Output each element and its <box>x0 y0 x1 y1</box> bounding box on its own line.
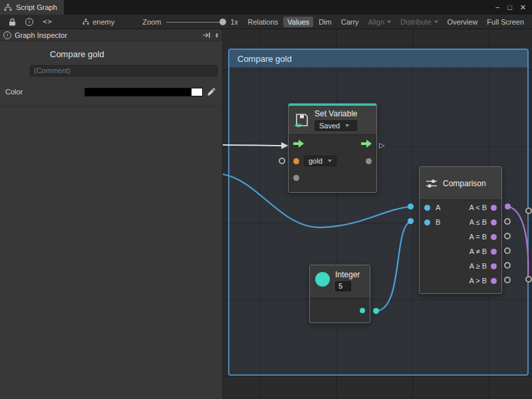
flow-out-port[interactable] <box>361 140 372 148</box>
output-a-gte-b-ext-port[interactable] <box>504 262 511 269</box>
flow-in-port[interactable] <box>293 140 304 148</box>
comparison-row: A ≥ B <box>420 259 501 273</box>
zoom-slider[interactable] <box>166 18 225 26</box>
lock-button[interactable] <box>4 17 21 27</box>
lock-icon <box>9 18 16 26</box>
variable-name-ext-port[interactable] <box>279 158 285 164</box>
integer-output-row <box>310 299 370 323</box>
relations-button[interactable]: Relations <box>243 17 282 27</box>
toolbar-buttons: Relations Values Dim Carry Align Distrib… <box>243 17 528 27</box>
output-a-lte-b-port[interactable] <box>491 219 497 225</box>
color-label: Color <box>5 88 84 96</box>
output-a-neq-b-port[interactable] <box>491 249 497 255</box>
align-dropdown-button[interactable]: Align <box>364 17 395 27</box>
output-a-neq-b-ext-port[interactable] <box>504 247 511 254</box>
tab-script-graph[interactable]: Script Graph <box>0 0 64 15</box>
integer-output-ext-port[interactable] <box>373 308 379 314</box>
integer-output-port[interactable] <box>360 308 365 313</box>
zoom-slider-track[interactable] <box>166 22 225 23</box>
output-label: A > B <box>469 277 487 285</box>
variable-name-dropdown[interactable]: gold <box>304 156 336 166</box>
inspector-stepper[interactable]: ▲▼ <box>215 33 219 38</box>
inspector-divider <box>0 106 222 106</box>
eyedropper-icon <box>207 87 216 96</box>
offscreen-node-port[interactable] <box>525 207 532 214</box>
variable-output-port[interactable] <box>366 158 372 164</box>
graph-toolbar: i <> enemy Zoom 1x Relations Values <box>0 15 532 29</box>
comparison-header[interactable]: Comparison <box>420 167 501 200</box>
comparison-row: A A < B <box>420 200 501 215</box>
output-a-lte-b-ext-port[interactable] <box>504 218 511 225</box>
values-button[interactable]: Values <box>283 17 313 27</box>
group-header[interactable]: Compare gold <box>229 50 527 67</box>
integer-header[interactable]: Integer 5 <box>310 265 370 299</box>
set-variable-name-row: gold <box>289 152 376 170</box>
input-b-label: B <box>436 218 440 226</box>
chevron-down-icon <box>387 21 391 23</box>
integer-value-input[interactable]: 5 <box>335 281 351 291</box>
offscreen-node-port[interactable] <box>525 276 532 283</box>
output-a-gt-b-ext-port[interactable] <box>504 277 511 283</box>
selected-group-title: Compare gold <box>50 49 222 59</box>
dim-button[interactable]: Dim <box>315 17 336 27</box>
flow-out-ext-port[interactable]: ▷ <box>379 142 384 149</box>
graph-inspector-header: i Graph Inspector ▲▼ <box>0 29 222 41</box>
output-a-less-b-port[interactable] <box>491 205 497 211</box>
info-icon: i <box>25 18 33 26</box>
group-title: Compare gold <box>237 54 292 64</box>
carry-button[interactable]: Carry <box>337 17 363 27</box>
zoom-slider-handle[interactable] <box>219 19 226 25</box>
graph-reference-label: enemy <box>92 18 114 26</box>
script-graph-icon <box>4 4 12 11</box>
graph-reference-breadcrumb[interactable]: enemy <box>82 18 114 26</box>
output-label: A = B <box>469 233 487 241</box>
node-integer[interactable]: Integer 5 <box>309 265 370 323</box>
maximize-icon[interactable]: □ <box>507 3 512 11</box>
color-alpha-indicator <box>192 88 202 96</box>
color-swatch[interactable] <box>84 88 203 96</box>
close-icon[interactable]: ✕ <box>520 3 526 12</box>
variable-kind-dropdown[interactable]: Saved <box>315 120 357 131</box>
input-a-ext-port[interactable] <box>408 203 414 209</box>
integer-type-icon <box>315 272 330 287</box>
node-set-variable[interactable]: <> Set Variable Saved <box>288 103 377 193</box>
output-a-eq-b-port[interactable] <box>491 234 497 240</box>
output-a-gt-b-port[interactable] <box>491 278 497 284</box>
graph-asset-icon <box>82 19 89 25</box>
input-b-port[interactable] <box>424 219 430 225</box>
output-label: A ≥ B <box>469 262 487 270</box>
window-controls: − □ ✕ <box>495 0 532 15</box>
comment-input[interactable]: (Comment) <box>30 65 217 76</box>
color-field-row: Color <box>0 87 222 96</box>
dock-inspector-icon[interactable] <box>202 32 211 39</box>
edit-script-button[interactable]: <> <box>38 16 57 27</box>
info-icon: i <box>3 31 11 39</box>
save-variable-icon: <> <box>294 112 310 128</box>
chevron-down-icon <box>328 160 332 162</box>
variable-name-port[interactable] <box>293 158 299 164</box>
titlebar: Script Graph − □ ✕ <box>0 0 532 15</box>
output-a-less-b-ext-port[interactable] <box>505 203 511 209</box>
distribute-dropdown-button[interactable]: Distribute <box>396 17 442 27</box>
output-a-eq-b-ext-port[interactable] <box>504 233 511 239</box>
overview-button[interactable]: Overview <box>444 17 482 27</box>
value-input-port[interactable] <box>293 175 299 181</box>
node-comparison[interactable]: Comparison A A < B B A ≤ B A = B A ≠ B A <box>419 166 502 294</box>
graph-inspector-panel: i Graph Inspector ▲▼ Compare gold (Comme… <box>0 29 223 399</box>
set-variable-header[interactable]: <> Set Variable Saved <box>289 104 376 135</box>
input-b-ext-port[interactable] <box>408 218 414 224</box>
eyedropper-button[interactable] <box>207 87 216 96</box>
output-label: A ≠ B <box>469 247 487 255</box>
graph-canvas[interactable]: Compare gold <> <box>223 29 532 399</box>
zoom-value: 1x <box>230 18 238 26</box>
graph-inspector-title: Graph Inspector <box>15 31 67 39</box>
output-label: A ≤ B <box>469 218 487 226</box>
output-a-gte-b-port[interactable] <box>491 263 497 269</box>
full-screen-button[interactable]: Full Screen <box>483 17 528 27</box>
comparison-title: Comparison <box>443 179 486 188</box>
minimize-icon[interactable]: − <box>495 3 499 11</box>
comparison-row: A > B <box>420 273 501 288</box>
inspector-toggle-button[interactable]: i <box>21 17 38 27</box>
set-variable-flow-row <box>289 135 376 152</box>
input-a-port[interactable] <box>424 205 430 211</box>
